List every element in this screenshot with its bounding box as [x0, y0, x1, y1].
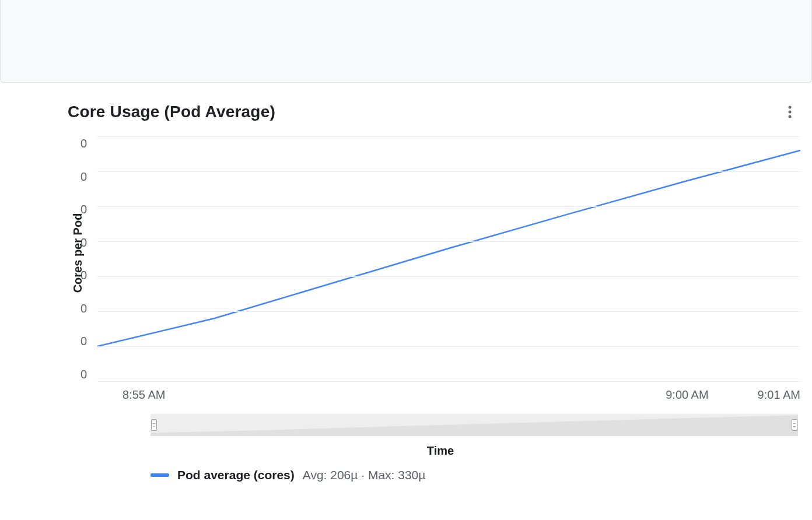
plot-container: 00000000	[80, 136, 800, 381]
svg-point-1	[789, 111, 792, 114]
more-options-button[interactable]	[783, 105, 797, 119]
svg-point-0	[789, 106, 792, 109]
gridline	[97, 311, 800, 312]
y-tick: 0	[80, 138, 87, 149]
slider-handle-left[interactable]	[151, 419, 157, 431]
chart-legend: Pod average (cores) Avg: 206µ · Max: 330…	[150, 468, 800, 482]
gridline	[97, 171, 800, 172]
slider-sparkline	[150, 414, 798, 436]
legend-series-name: Pod average (cores)	[177, 468, 295, 482]
svg-marker-3	[150, 415, 798, 436]
chart-title: Core Usage (Pod Average)	[68, 103, 275, 121]
svg-point-2	[789, 115, 792, 118]
y-tick: 0	[80, 171, 87, 182]
time-range-slider[interactable]	[150, 414, 798, 436]
legend-swatch	[150, 473, 169, 477]
gridline	[97, 206, 800, 207]
gridline	[97, 241, 800, 242]
chart-body: Cores per Pod 00000000 8:55 AM9:00 AM9:0…	[12, 136, 800, 482]
y-axis-label: Cores per Pod	[71, 213, 85, 293]
chart-line-svg	[97, 136, 800, 381]
x-axis-ticks: 8:55 AM9:00 AM9:01 AM	[123, 388, 800, 406]
x-axis-label: Time	[80, 444, 800, 458]
y-tick: 0	[80, 303, 87, 314]
y-tick: 0	[80, 368, 87, 380]
kebab-icon	[788, 106, 792, 118]
gridline	[97, 136, 800, 137]
plot-area[interactable]	[97, 136, 800, 381]
legend-series-stats: Avg: 206µ · Max: 330µ	[303, 468, 426, 482]
chart-card-header: Core Usage (Pod Average)	[12, 103, 800, 121]
chart-card: Core Usage (Pod Average) Cores per Pod 0…	[0, 83, 812, 482]
x-tick: 9:01 AM	[758, 388, 800, 402]
gridline	[97, 381, 800, 382]
x-tick: 8:55 AM	[123, 388, 165, 402]
page-header-bar	[0, 0, 812, 83]
x-tick: 9:00 AM	[666, 388, 708, 402]
gridline	[97, 346, 800, 347]
slider-handle-right[interactable]	[792, 419, 797, 431]
y-tick: 0	[80, 335, 87, 347]
gridline	[97, 276, 800, 277]
